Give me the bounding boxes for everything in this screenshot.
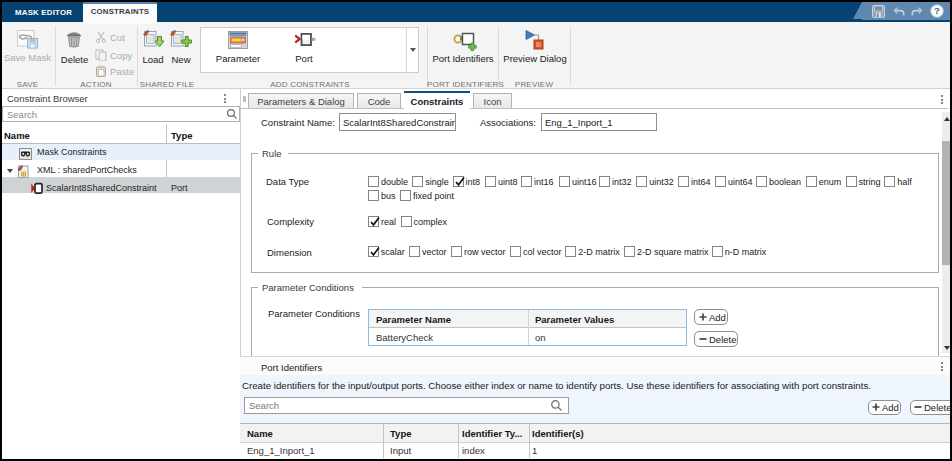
- svg-text:?: ?: [934, 5, 940, 16]
